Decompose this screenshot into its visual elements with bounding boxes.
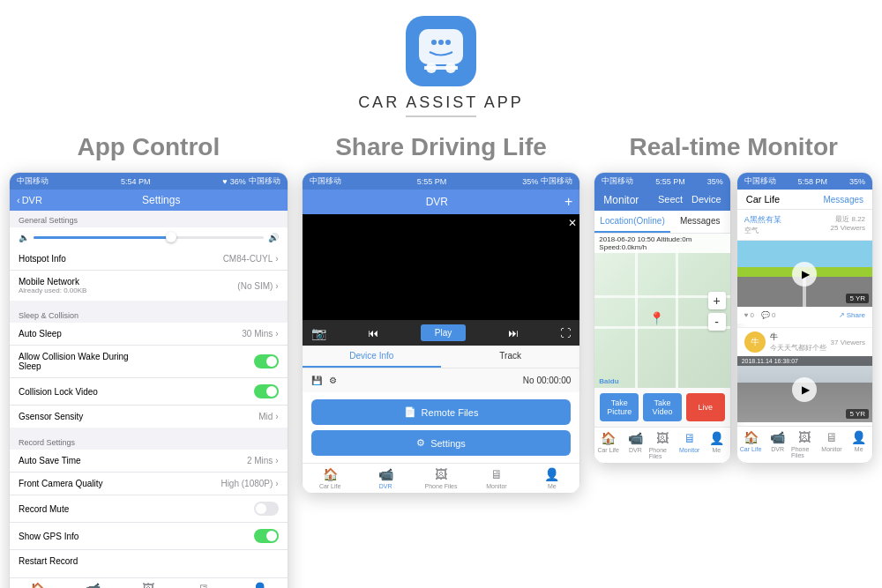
collision-lock-item[interactable]: Collision Lock Video bbox=[10, 378, 288, 406]
dvr-tab-track[interactable]: Track bbox=[441, 346, 579, 368]
carlife-status-icons: 35% bbox=[849, 177, 865, 186]
dvr-tab-dvr[interactable]: 📹 DVR bbox=[358, 467, 414, 489]
collision-wake-item[interactable]: Allow Collision Wake During Sleep bbox=[10, 346, 288, 378]
collision-wake-label: Allow Collision Wake During Sleep bbox=[19, 352, 142, 371]
gsensor-item[interactable]: Gsensor Sensity Mid › bbox=[10, 406, 288, 428]
dvr-tab-me[interactable]: 👤 Me bbox=[524, 467, 579, 489]
mon-tab-dvr[interactable]: 📹 DVR bbox=[622, 431, 649, 459]
dvr-add-btn[interactable]: + bbox=[564, 194, 572, 210]
mon-tab-carlife[interactable]: 🏠 Car Life bbox=[594, 431, 622, 459]
monitor-nav-device[interactable]: Device bbox=[691, 194, 721, 206]
dvr-tab-carlife[interactable]: 🏠 Car Life bbox=[303, 467, 358, 489]
dvr-forward-btn[interactable]: ⏭ bbox=[508, 327, 519, 339]
dvr-tab-carlife-icon: 🏠 bbox=[323, 467, 338, 481]
mobile-item[interactable]: Mobile Network Already used: 0.00KB (No … bbox=[10, 271, 288, 301]
auto-save-value: 2 Mins › bbox=[247, 456, 279, 465]
svg-rect-3 bbox=[424, 66, 458, 70]
dvr-expand-btn[interactable]: ⛶ bbox=[560, 327, 571, 339]
monitor-nav-items: Seect Device bbox=[658, 194, 721, 206]
cl-tab-carlife[interactable]: 🏠 Car Life bbox=[737, 430, 765, 458]
video2-play-btn[interactable]: ▶ bbox=[792, 377, 817, 402]
volume-slider[interactable] bbox=[34, 236, 264, 239]
take-video-btn[interactable]: Take Video bbox=[643, 393, 682, 421]
dvr-controls: 📷 ⏮ Play ⏭ ⛶ bbox=[303, 320, 580, 346]
settings-status-bar: 中国移动 5:54 PM ♥ 36% 中国移动 bbox=[10, 173, 288, 190]
video1-share[interactable]: ↗ Share bbox=[839, 311, 865, 319]
auto-save-item[interactable]: Auto Save Time 2 Mins › bbox=[10, 450, 288, 473]
mobile-label-group: Mobile Network Already used: 0.00KB bbox=[19, 277, 86, 294]
live-btn[interactable]: Live bbox=[686, 393, 725, 421]
carlife-messages-btn[interactable]: Messages bbox=[823, 195, 863, 205]
mon-tab-phonefiles[interactable]: 🖼 Phone Files bbox=[649, 431, 676, 459]
show-gps-toggle[interactable] bbox=[254, 529, 279, 543]
dvr-tab-dvr-label: DVR bbox=[379, 483, 392, 489]
auto-sleep-item[interactable]: Auto Sleep 30 Mins › bbox=[10, 323, 288, 346]
mon-dvr-label: DVR bbox=[629, 447, 642, 453]
monitor-carrier: 中国移动 bbox=[602, 175, 633, 187]
road-v2 bbox=[676, 234, 678, 388]
cl-tab-monitor[interactable]: 🖥 Monitor bbox=[818, 430, 846, 458]
cl-tab-me[interactable]: 👤 Me bbox=[845, 430, 872, 458]
video1-duration: 5 YR bbox=[846, 294, 869, 303]
record-mute-toggle[interactable] bbox=[254, 502, 279, 516]
cl-monitor-label: Monitor bbox=[821, 446, 841, 452]
hotspot-item[interactable]: Hotspot Info CM84-CUYL › bbox=[10, 248, 288, 271]
gsensor-chevron: › bbox=[275, 412, 278, 421]
dvr-tab-dvr-icon: 📹 bbox=[378, 467, 393, 481]
take-picture-btn[interactable]: Take Picture bbox=[600, 393, 639, 421]
dvr-settings-btn[interactable]: ⚙ Settings bbox=[311, 430, 572, 456]
restart-record-item[interactable]: Restart Record bbox=[10, 550, 288, 572]
show-gps-item[interactable]: Show GPS Info bbox=[10, 523, 288, 550]
carlife-header-right: 最近 8.22 25 Viewers bbox=[831, 214, 865, 232]
back-chevron: ‹ bbox=[17, 195, 20, 205]
video1-play-btn[interactable]: ▶ bbox=[792, 262, 817, 287]
tab-monitor[interactable]: 🖥 Monitor bbox=[176, 582, 232, 588]
video1-thumb: ▶ 5 YR bbox=[737, 241, 872, 307]
map-zoom-out[interactable]: - bbox=[708, 313, 726, 331]
dvr-camera-icon[interactable]: 📷 bbox=[311, 326, 326, 340]
carlife-time: 5:58 PM bbox=[798, 177, 828, 186]
map-zoom-in[interactable]: + bbox=[708, 292, 726, 309]
settings-phone: 中国移动 5:54 PM ♥ 36% 中国移动 ‹ DVR Settings bbox=[9, 172, 288, 588]
carlife-video2: 2018.11.14 16:38:07 ▶ 5 YR bbox=[737, 356, 872, 422]
collision-lock-toggle[interactable] bbox=[254, 384, 279, 398]
collision-wake-toggle[interactable] bbox=[254, 354, 279, 368]
svg-point-4 bbox=[431, 40, 437, 45]
monitor-nav-seect[interactable]: Seect bbox=[658, 194, 683, 206]
dvr-no-info: No 00:00:00 bbox=[523, 376, 572, 385]
monitor-tab-location[interactable]: Location(Online) bbox=[594, 211, 669, 233]
dvr-tab-phonefiles[interactable]: 🖼 Phone Files bbox=[414, 467, 469, 489]
record-mute-item[interactable]: Record Mute bbox=[10, 495, 288, 523]
dvr-status-icons: 35% 中国移动 bbox=[522, 175, 572, 187]
tab-phonefiles[interactable]: 🖼 Phone Files bbox=[121, 582, 176, 588]
dvr-tab-device[interactable]: Device Info bbox=[303, 346, 441, 368]
dvr-rewind-btn[interactable]: ⏮ bbox=[368, 327, 378, 339]
carlife-header: Car Life Messages bbox=[737, 190, 872, 210]
dvr-close-btn[interactable]: ✕ bbox=[568, 217, 577, 229]
cl-tab-phonefiles[interactable]: 🖼 Phone Files bbox=[791, 430, 818, 458]
cl-tab-dvr[interactable]: 📹 DVR bbox=[764, 430, 791, 458]
tab-dvr[interactable]: 📹 DVR bbox=[65, 582, 121, 588]
tab-carlife[interactable]: 🏠 Car Life bbox=[10, 582, 65, 588]
monitor-nav-bar: Monitor Seect Device bbox=[594, 190, 729, 211]
volume-high-icon: 🔊 bbox=[268, 233, 279, 242]
col1-title: App Control bbox=[77, 133, 220, 161]
dvr-carrier: 中国移动 bbox=[310, 175, 341, 187]
dvr-tab-monitor[interactable]: 🖥 Monitor bbox=[468, 467, 524, 489]
remote-files-btn[interactable]: 📄 Remote Files bbox=[311, 399, 572, 425]
video2-duration: 5 YR bbox=[846, 409, 869, 419]
front-quality-item[interactable]: Front Camera Quality High (1080P) › bbox=[10, 473, 288, 495]
mon-tab-me[interactable]: 👤 Me bbox=[703, 431, 730, 459]
auto-sleep-label: Auto Sleep bbox=[19, 329, 62, 339]
phonefiles-icon: 🖼 bbox=[142, 582, 154, 588]
dvr-play-btn[interactable]: Play bbox=[421, 324, 466, 341]
mon-dvr-icon: 📹 bbox=[628, 431, 643, 445]
mobile-chevron: › bbox=[275, 281, 278, 291]
tab-me[interactable]: 👤 Me bbox=[232, 582, 288, 588]
back-button[interactable]: ‹ DVR bbox=[17, 195, 42, 205]
mon-tab-monitor[interactable]: 🖥 Monitor bbox=[676, 431, 703, 459]
map-pin: 📍 bbox=[649, 311, 664, 325]
monitor-tab-messages[interactable]: Messages bbox=[670, 211, 730, 233]
volume-row: 🔈 🔊 bbox=[10, 227, 288, 248]
restart-label: Restart Record bbox=[19, 556, 78, 566]
